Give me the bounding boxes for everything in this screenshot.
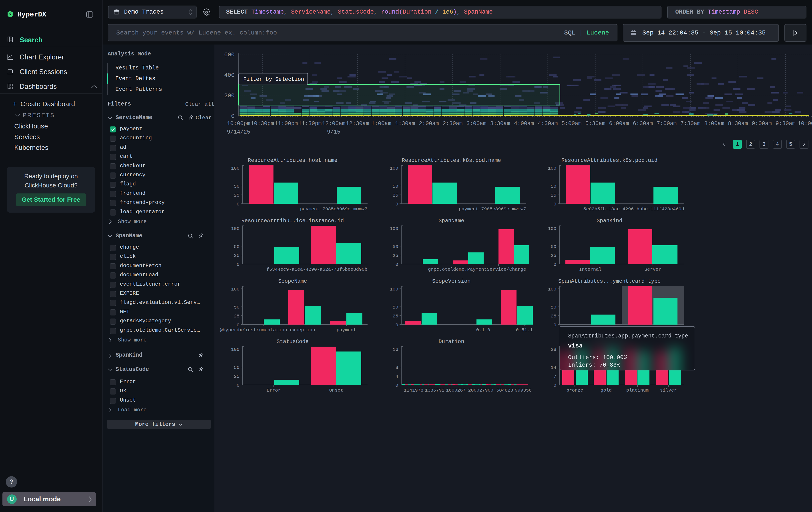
svg-text:Error: Error bbox=[267, 388, 281, 393]
svg-text:4: 4 bbox=[395, 374, 398, 379]
svg-text:0: 0 bbox=[395, 202, 398, 207]
svg-text:3:00am: 3:00am bbox=[466, 120, 487, 127]
svg-text:7:30am: 7:30am bbox=[680, 120, 700, 127]
svg-text:100: 100 bbox=[231, 166, 239, 171]
svg-text:200: 200 bbox=[224, 92, 235, 99]
svg-text:9/15: 9/15 bbox=[327, 129, 340, 135]
svg-text:0.1.0: 0.1.0 bbox=[476, 327, 490, 332]
svg-text:1141978: 1141978 bbox=[404, 388, 423, 393]
svg-text:2:00am: 2:00am bbox=[419, 120, 439, 127]
svg-text:platinum: platinum bbox=[626, 388, 649, 393]
svg-text:100: 100 bbox=[231, 226, 239, 231]
svg-text:50: 50 bbox=[393, 244, 398, 249]
svg-text:50: 50 bbox=[551, 244, 556, 249]
svg-text:200027900: 200027900 bbox=[468, 388, 493, 393]
svg-text:25: 25 bbox=[234, 193, 239, 198]
svg-text:gold: gold bbox=[601, 388, 612, 393]
svg-text:600: 600 bbox=[224, 51, 235, 58]
svg-text:0: 0 bbox=[231, 113, 235, 119]
svg-text:100: 100 bbox=[548, 166, 556, 171]
svg-text:6:00am: 6:00am bbox=[609, 120, 629, 127]
svg-text:14: 14 bbox=[551, 365, 556, 370]
svg-text:25: 25 bbox=[551, 314, 556, 319]
svg-text:grpc.oteldemo.PaymentService/C: grpc.oteldemo.PaymentService/Charge bbox=[428, 267, 526, 272]
svg-text:Filter by Selection: Filter by Selection bbox=[243, 76, 304, 82]
svg-text:10:30pm: 10:30pm bbox=[251, 120, 274, 127]
svg-text:12:00am: 12:00am bbox=[322, 120, 345, 127]
svg-text:50: 50 bbox=[234, 365, 239, 370]
svg-text:payment-7985c8969c-mwmw7: payment-7985c8969c-mwmw7 bbox=[459, 207, 526, 212]
svg-text:7:00am: 7:00am bbox=[657, 120, 676, 127]
svg-text:3:30am: 3:30am bbox=[490, 120, 510, 127]
svg-text:50: 50 bbox=[234, 244, 239, 249]
svg-text:0: 0 bbox=[395, 262, 398, 267]
svg-text:50: 50 bbox=[393, 305, 398, 310]
svg-text:11:00pm: 11:00pm bbox=[274, 120, 298, 127]
svg-text:Server: Server bbox=[644, 267, 661, 272]
svg-text:1:30am: 1:30am bbox=[395, 120, 415, 127]
svg-text:11:30pm: 11:30pm bbox=[298, 120, 321, 127]
svg-text:f5344ec9-a1ea-4290-a62a-78f5be: f5344ec9-a1ea-4290-a62a-78f5bee8d90b bbox=[266, 267, 367, 272]
svg-text:10:00pm: 10:00pm bbox=[227, 120, 250, 127]
svg-text:8:30am: 8:30am bbox=[728, 120, 748, 127]
svg-text:Internal: Internal bbox=[579, 267, 602, 272]
svg-text:SpanAttributes...yment.card_ty: SpanAttributes...yment.card_type bbox=[558, 278, 661, 284]
svg-text:0: 0 bbox=[395, 383, 398, 388]
svg-text:0: 0 bbox=[237, 202, 239, 207]
svg-text:0: 0 bbox=[553, 202, 556, 207]
svg-text:50: 50 bbox=[551, 184, 556, 189]
svg-text:50: 50 bbox=[551, 305, 556, 310]
svg-text:ScopeVersion: ScopeVersion bbox=[432, 278, 471, 284]
svg-text:28: 28 bbox=[551, 347, 556, 352]
svg-text:100: 100 bbox=[390, 226, 398, 231]
svg-text:12:30am: 12:30am bbox=[346, 120, 369, 127]
svg-text:9:00am: 9:00am bbox=[752, 120, 772, 127]
svg-text:50: 50 bbox=[234, 184, 239, 189]
svg-text:4:30am: 4:30am bbox=[538, 120, 558, 127]
svg-text:4:00am: 4:00am bbox=[514, 120, 534, 127]
svg-text:9:30am: 9:30am bbox=[776, 120, 795, 127]
svg-text:999356: 999356 bbox=[515, 388, 532, 393]
svg-text:100: 100 bbox=[548, 226, 556, 231]
svg-text:16: 16 bbox=[393, 347, 398, 352]
svg-text:ResourceAttributes.k8s.pod.uid: ResourceAttributes.k8s.pod.uid bbox=[561, 157, 658, 163]
svg-text:50: 50 bbox=[393, 184, 398, 189]
svg-text:1600267: 1600267 bbox=[446, 388, 466, 393]
svg-text:100: 100 bbox=[390, 287, 398, 292]
svg-text:100: 100 bbox=[548, 287, 556, 292]
svg-text:0: 0 bbox=[237, 383, 239, 388]
svg-text:100: 100 bbox=[231, 287, 239, 292]
svg-text:0: 0 bbox=[237, 262, 239, 267]
svg-text:8:00am: 8:00am bbox=[704, 120, 724, 127]
svg-text:2:30am: 2:30am bbox=[443, 120, 463, 127]
svg-text:0: 0 bbox=[553, 262, 556, 267]
svg-text:payment: payment bbox=[337, 327, 356, 332]
svg-text:25: 25 bbox=[234, 314, 239, 319]
svg-text:8: 8 bbox=[395, 365, 398, 370]
svg-text:25: 25 bbox=[393, 193, 398, 198]
svg-text:0.51.1: 0.51.1 bbox=[516, 327, 533, 332]
svg-text:ResourceAttributes.host.name: ResourceAttributes.host.name bbox=[248, 157, 337, 163]
svg-text:silver: silver bbox=[660, 388, 677, 393]
svg-text:ScopeName: ScopeName bbox=[278, 278, 307, 284]
svg-text:25: 25 bbox=[551, 193, 556, 198]
svg-text:25: 25 bbox=[234, 253, 239, 258]
svg-text:7: 7 bbox=[553, 374, 556, 379]
svg-text:0: 0 bbox=[395, 323, 398, 328]
svg-text:5:30am: 5:30am bbox=[585, 120, 605, 127]
svg-text:0: 0 bbox=[553, 383, 556, 388]
svg-text:0: 0 bbox=[237, 323, 239, 328]
svg-text:Unset: Unset bbox=[329, 388, 343, 393]
svg-text:584623: 584623 bbox=[496, 388, 513, 393]
svg-text:ResourceAttribu..ice.instance.: ResourceAttribu..ice.instance.id bbox=[241, 218, 344, 224]
svg-text:ResourceAttributes.k8s.pod.nam: ResourceAttributes.k8s.pod.name bbox=[402, 157, 501, 163]
svg-text:Duration: Duration bbox=[438, 339, 464, 345]
svg-text:SpanKind: SpanKind bbox=[597, 218, 622, 224]
svg-text:5e02b5fb-13ae-4296-bbbc-111f42: 5e02b5fb-13ae-4296-bbbc-111f423c460d bbox=[583, 207, 684, 212]
svg-text:1:00am: 1:00am bbox=[371, 120, 391, 127]
svg-text:SpanName: SpanName bbox=[438, 218, 464, 224]
svg-text:6:30am: 6:30am bbox=[633, 120, 653, 127]
svg-text:StatusCode: StatusCode bbox=[277, 339, 309, 345]
svg-text:25: 25 bbox=[551, 253, 556, 258]
svg-text:@hyperdx/instrumentation-excep: @hyperdx/instrumentation-exception bbox=[220, 327, 315, 332]
